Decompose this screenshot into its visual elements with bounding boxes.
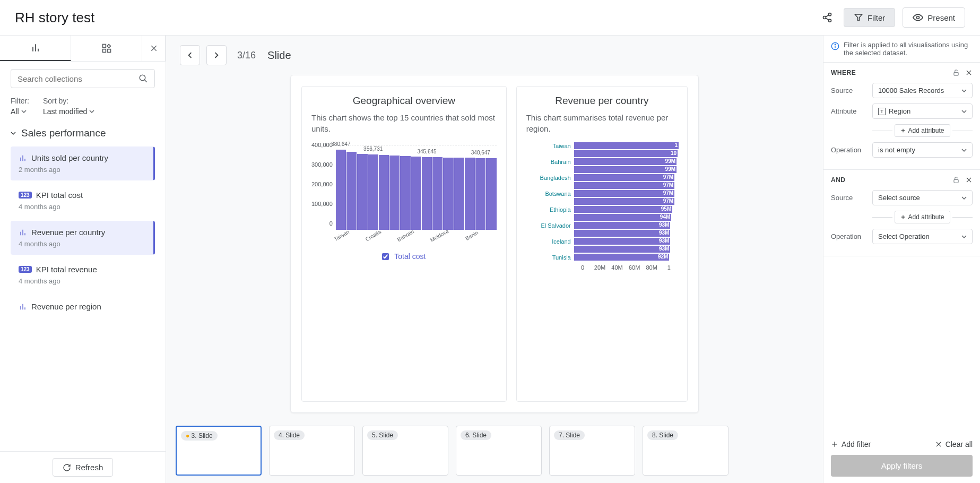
slide-thumbnail[interactable]: 7. Slide [549,426,635,476]
add-attribute-button[interactable]: Add attribute [895,124,950,137]
hbar[interactable]: 93M [574,246,671,253]
chart-title: Geographical overview [311,95,497,107]
collection-item-title: KPI total revenue [36,265,97,274]
clear-all-button[interactable]: Clear all [935,440,973,448]
hbar[interactable]: 93M [574,230,671,237]
slide-thumbnail[interactable]: 5. Slide [362,426,448,476]
lock-icon[interactable] [952,176,960,184]
bar[interactable]: 380,647 [336,150,346,230]
bar-value-label: 340,647 [471,150,490,156]
hbar-row: 94M [526,213,678,221]
search-input-wrapper[interactable] [11,69,155,88]
slide-card: Geographical overview This chart shows t… [290,75,699,413]
hbar[interactable]: 1 [574,142,679,149]
bar[interactable]: 356,731 [368,154,378,230]
filter-button[interactable]: Filter [844,8,895,27]
attribute-label: Attribute [831,107,872,115]
operation-select[interactable]: Select Operation [872,229,973,244]
hbar[interactable]: 97M [574,182,674,189]
close-sidebar[interactable] [142,36,166,61]
x-tick: 60M [626,264,643,271]
hbar[interactable]: 93M [574,222,671,229]
chart-title: Revenue per country [526,95,678,107]
bar[interactable] [465,158,475,230]
close-icon[interactable] [965,69,973,76]
bar[interactable] [379,155,389,230]
bar[interactable] [411,157,421,230]
bar[interactable] [400,156,410,230]
present-button[interactable]: Present [903,7,965,28]
hbar-value-label: 93M [659,230,669,236]
sort-dropdown[interactable]: Sort by: Last modified [43,97,94,116]
tab-widgets[interactable] [71,36,142,61]
prev-slide-button[interactable] [180,45,200,65]
bar[interactable] [389,156,400,230]
hbar[interactable]: 95M [574,206,673,213]
slide-thumbnail[interactable]: 4. Slide [269,426,355,476]
vis-revenue-per-country[interactable]: Revenue per country This chart summarise… [516,86,688,402]
add-attribute-button[interactable]: Add attribute [895,211,950,223]
section-toggle[interactable]: Sales performance [11,127,155,139]
refresh-button[interactable]: Refresh [53,458,114,477]
chart-legend[interactable]: Total cost [311,252,497,261]
hbar[interactable]: 92M [574,254,670,261]
chevron-right-icon [213,52,220,58]
hbar[interactable]: 10 [574,150,678,157]
share-icon[interactable] [818,8,836,27]
hbar[interactable]: 99M [574,166,677,173]
vis-geographical-overview[interactable]: Geographical overview This chart shows t… [301,86,507,402]
search-input[interactable] [18,74,138,83]
bar[interactable] [346,152,357,230]
hbar-row: 93M [526,245,678,253]
hbar[interactable]: 94M [574,214,672,221]
collection-item[interactable]: Revenue per country4 months ago [11,221,155,255]
slide-thumbnail[interactable]: 8. Slide [643,426,729,476]
hbar[interactable]: 99M [574,158,677,165]
filter-dropdown[interactable]: Filter: All [11,97,29,116]
hbar[interactable]: 97M [574,198,674,205]
bar[interactable] [357,154,367,230]
hbar[interactable]: 97M [574,190,674,197]
source-select[interactable]: 10000 Sales Records [872,83,973,98]
tab-visualisations[interactable] [0,36,71,61]
legend-checkbox[interactable] [382,253,389,260]
bar[interactable]: 340,647 [475,158,485,230]
bar[interactable] [454,158,464,230]
slide-thumbnail[interactable]: 6. Slide [456,426,542,476]
slide-thumbnail[interactable]: 3. Slide [176,426,262,476]
svg-point-1 [823,16,826,19]
x-tick: 20M [591,264,609,271]
hbar[interactable]: 93M [574,238,671,245]
bar[interactable]: 345,645 [422,157,432,230]
bar[interactable] [486,158,496,230]
svg-line-4 [826,18,829,20]
bar[interactable] [443,158,453,230]
legend-label: Total cost [394,252,426,261]
collection-item[interactable]: Units sold per country2 months ago [11,146,155,180]
add-filter-button[interactable]: Add filter [831,440,871,448]
svg-point-0 [828,13,831,16]
bar[interactable] [432,157,443,230]
next-slide-button[interactable] [206,45,227,65]
plus-icon [831,441,838,448]
collection-item[interactable]: 123KPI total revenue4 months ago [11,258,155,292]
hbar-row: 97M [526,197,678,205]
close-icon[interactable] [965,176,973,184]
close-icon [935,441,942,448]
slide-name: Slide [267,49,291,62]
operation-select[interactable]: is not empty [872,142,973,158]
source-select[interactable]: Select source [872,190,973,205]
svg-rect-12 [102,49,106,53]
lock-icon[interactable] [952,69,960,76]
slide-thumbnails: 3. Slide4. Slide5. Slide6. Slide7. Slide… [166,418,823,483]
collection-item[interactable]: 123KPI total cost4 months ago [11,184,155,218]
collection-item[interactable]: Revenue per region [11,295,155,321]
svg-point-15 [140,75,145,81]
hbar[interactable]: 97M [574,174,674,181]
apply-filters-button[interactable]: Apply filters [831,455,973,477]
hbar-category: Bahrain [526,159,571,165]
sort-label: Sort by: [43,97,94,105]
hbar-series: Taiwan110Bahrain99M99MBangladesh97M97MBo… [526,142,678,261]
eye-icon [913,12,923,23]
attribute-select[interactable]: TRegion [872,104,973,119]
